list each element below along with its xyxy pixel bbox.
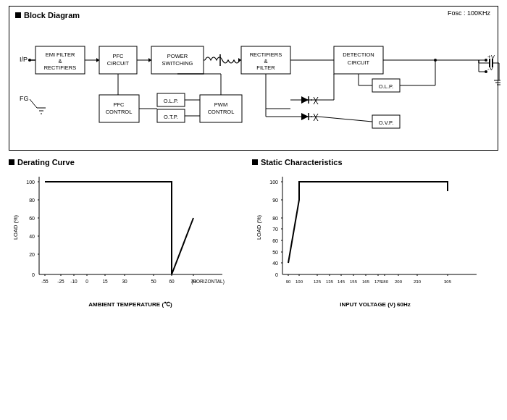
svg-text:60: 60: [29, 216, 35, 221]
svg-text:-V: -V: [487, 65, 494, 72]
svg-line-92: [318, 117, 372, 122]
svg-text:50: 50: [151, 279, 156, 284]
derating-chart-svg: 0 20 40 60 80 100 LOAD (%) -55: [9, 169, 248, 300]
svg-text:DETECTION: DETECTION: [343, 51, 374, 58]
svg-text:SWITCHING: SWITCHING: [162, 60, 193, 67]
svg-marker-30: [238, 58, 241, 62]
page: Block Diagram Fosc : 100KHz I/P FG EMI F…: [0, 0, 507, 420]
svg-text:-25: -25: [57, 279, 64, 284]
svg-text:90: 90: [286, 280, 291, 284]
svg-text:180: 180: [381, 280, 389, 284]
svg-text:90: 90: [272, 198, 278, 203]
svg-text:(HORIZONTAL): (HORIZONTAL): [191, 279, 225, 285]
svg-text:PFC: PFC: [114, 101, 125, 108]
derating-curve-title: Derating Curve: [17, 158, 75, 167]
svg-line-4: [30, 99, 37, 108]
svg-marker-73: [301, 96, 309, 104]
static-char-section: Static Characteristics 0 40 50 60 70: [252, 158, 498, 308]
block-diagram-svg: I/P FG EMI FILTER & RECTIFIERS PFC CIRCU…: [15, 22, 500, 144]
svg-text:+V: +V: [487, 54, 495, 60]
svg-text:I/P: I/P: [20, 56, 28, 63]
svg-text:FG: FG: [20, 95, 29, 102]
svg-text:CIRCUIT: CIRCUIT: [348, 59, 370, 66]
svg-text:FILTER: FILTER: [256, 64, 275, 71]
svg-text:70: 70: [272, 227, 278, 232]
svg-text:230: 230: [414, 280, 422, 284]
svg-text:PWM: PWM: [214, 101, 227, 108]
derating-curve-section: Derating Curve 0 20 40 60 8: [9, 158, 252, 308]
svg-text:15: 15: [102, 279, 108, 284]
svg-point-95: [434, 59, 437, 62]
svg-text:0: 0: [85, 279, 88, 284]
block-diagram-title: Block Diagram: [24, 11, 80, 20]
header-square-3: [252, 159, 258, 165]
static-xlabel: INPUT VOLTAGE (V) 60Hz: [252, 301, 498, 308]
svg-text:100: 100: [269, 180, 278, 185]
svg-text:125: 125: [314, 280, 322, 284]
static-chart-area: 0 40 50 60 70 80 90 100 LOAD (%: [252, 169, 498, 308]
block-diagram-section: Block Diagram Fosc : 100KHz I/P FG EMI F…: [9, 6, 498, 151]
svg-marker-22: [148, 58, 151, 62]
svg-text:0: 0: [32, 272, 35, 277]
svg-text:CONTROL: CONTROL: [106, 109, 133, 115]
svg-text:CIRCUIT: CIRCUIT: [107, 60, 130, 67]
derating-chart-area: 0 20 40 60 80 100 LOAD (%) -55: [9, 169, 252, 308]
derating-xlabel: AMBIENT TEMPERATURE (℃): [9, 301, 252, 308]
svg-text:40: 40: [29, 234, 35, 239]
svg-marker-79: [301, 113, 309, 120]
svg-text:155: 155: [350, 280, 358, 284]
svg-text:80: 80: [272, 216, 278, 221]
svg-text:O.L.P.: O.L.P.: [379, 83, 393, 90]
svg-text:O.V.P.: O.V.P.: [379, 119, 393, 126]
svg-text:LOAD (%): LOAD (%): [256, 214, 262, 240]
svg-text:145: 145: [338, 280, 345, 284]
static-chart-svg: 0 40 50 60 70 80 90 100 LOAD (%: [252, 169, 498, 300]
svg-text:60: 60: [272, 238, 278, 243]
svg-text:40: 40: [272, 261, 278, 266]
svg-text:0: 0: [275, 272, 278, 277]
svg-text:O.L.P.: O.L.P.: [164, 98, 178, 104]
svg-text:80: 80: [29, 198, 35, 203]
svg-text:100: 100: [26, 180, 35, 185]
svg-text:135: 135: [326, 280, 334, 284]
svg-text:60: 60: [169, 279, 175, 284]
svg-text:-55: -55: [41, 279, 49, 284]
svg-text:EMI FILTER: EMI FILTER: [46, 51, 75, 58]
static-char-header: Static Characteristics: [252, 158, 498, 167]
svg-text:&: &: [264, 58, 267, 64]
svg-text:200: 200: [395, 280, 403, 284]
block-diagram-header: Block Diagram: [15, 11, 492, 20]
header-square: [15, 12, 21, 18]
svg-text:LOAD (%): LOAD (%): [12, 214, 19, 240]
charts-row: Derating Curve 0 20 40 60 8: [9, 158, 498, 308]
svg-text:100: 100: [296, 280, 303, 284]
svg-text:CONTROL: CONTROL: [208, 109, 235, 115]
svg-text:305: 305: [444, 280, 452, 284]
fosc-label: Fosc : 100KHz: [448, 9, 490, 17]
static-char-title: Static Characteristics: [261, 158, 343, 167]
derating-curve-header: Derating Curve: [9, 158, 252, 167]
svg-text:O.T.P.: O.T.P.: [164, 114, 178, 120]
svg-text:30: 30: [122, 279, 127, 284]
svg-text:20: 20: [29, 252, 35, 257]
svg-text:POWER: POWER: [167, 53, 188, 59]
header-square-2: [9, 159, 14, 165]
svg-text:-10: -10: [70, 279, 77, 284]
svg-text:&: &: [58, 58, 62, 64]
svg-text:165: 165: [362, 280, 370, 284]
svg-text:PFC: PFC: [113, 53, 125, 59]
svg-marker-17: [96, 58, 99, 62]
svg-text:RECTIFIERS: RECTIFIERS: [250, 51, 282, 58]
svg-text:RECTIFIERS: RECTIFIERS: [44, 64, 77, 71]
svg-text:50: 50: [272, 250, 278, 255]
